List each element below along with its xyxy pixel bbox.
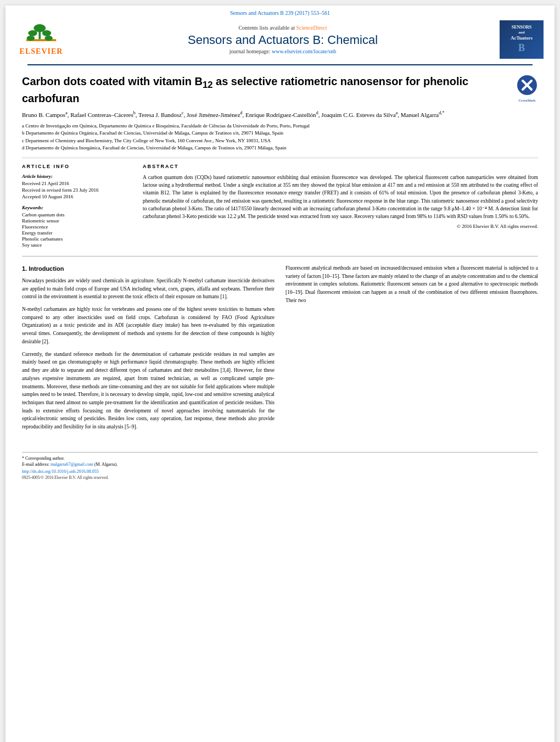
issn-line: 0925-4005/© 2016 Elsevier B.V. All right… <box>22 475 538 480</box>
right-column: Fluorescent analytical methods are based… <box>285 264 538 436</box>
author-email[interactable]: malgarra67@gmail.com <box>51 462 93 467</box>
abstract-header: ABSTRACT <box>143 164 538 169</box>
intro-para-3: Currently, the standard reference method… <box>22 350 275 431</box>
citation-text: Sensors and Actuators B 239 (2017) 553–5… <box>230 10 330 16</box>
body-divider <box>22 256 538 256</box>
svg-point-3 <box>28 30 37 36</box>
affiliation-c: c Department of Chemistry and Biochemist… <box>22 137 538 145</box>
left-column: 1. Introduction Nowadays pesticides are … <box>22 264 275 436</box>
article-title: Carbon dots coated with vitamin B12 as s… <box>22 74 511 105</box>
crossmark-icon <box>516 74 538 96</box>
article-title-section: Carbon dots coated with vitamin B12 as s… <box>22 74 538 105</box>
crossmark-label: CrossMark <box>516 98 538 103</box>
right-para-1: Fluorescent analytical methods are based… <box>285 264 538 305</box>
journal-main-title: Sensors and Actuators B: Chemical <box>66 33 500 47</box>
journal-title-row: ELSEVIER Contents lists available at Sci… <box>16 18 544 61</box>
elsevier-wordmark: ELSEVIER <box>20 47 63 56</box>
affiliation-d: d Departamento de Química Inorgánica, Fa… <box>22 144 538 152</box>
homepage-link[interactable]: www.elsevier.com/locate/snb <box>272 48 336 54</box>
keyword-3: Fluorescence <box>22 224 132 230</box>
email-line: E-mail address: malgarra67@gmail.com (M.… <box>22 462 538 467</box>
copyright-line: © 2016 Elsevier B.V. All rights reserved… <box>143 224 538 229</box>
svg-point-6 <box>44 36 53 41</box>
badge-and: and <box>518 30 524 35</box>
svg-point-5 <box>27 36 35 41</box>
revised-date: Received in revised form 23 July 2016 <box>22 187 132 193</box>
keyword-6: Soy sauce <box>22 242 132 248</box>
article-body: Carbon dots coated with vitamin B12 as s… <box>5 69 555 447</box>
keyword-4: Energy transfer <box>22 230 132 236</box>
badge-b: B <box>518 42 525 54</box>
journal-title-center: Contents lists available at ScienceDirec… <box>66 25 500 54</box>
intro-para-2: N-methyl carbamates are highly toxic for… <box>22 305 275 346</box>
contents-line: Contents lists available at ScienceDirec… <box>66 25 500 31</box>
header-divider <box>27 64 533 65</box>
journal-header: Sensors and Actuators B 239 (2017) 553–5… <box>5 5 555 65</box>
affiliation-b: b Departamento de Química Orgánica, Facu… <box>22 130 538 137</box>
accepted-date: Accepted 10 August 2016 <box>22 194 132 199</box>
badge-sensors: SENSORS <box>512 25 531 30</box>
journal-citation: Sensors and Actuators B 239 (2017) 553–5… <box>16 10 544 16</box>
badge-actuators: AcTuators <box>511 35 533 42</box>
keyword-2: Ratiometric sensor <box>22 218 132 224</box>
keywords-label: Keywords: <box>22 205 132 210</box>
intro-title: 1. Introduction <box>22 264 275 274</box>
academic-paper-page: Sensors and Actuators B 239 (2017) 553–5… <box>5 5 555 742</box>
article-info-abstract-grid: ARTICLE INFO Article history: Received 2… <box>22 158 538 248</box>
two-column-body: 1. Introduction Nowadays pesticides are … <box>22 264 538 436</box>
intro-para-1: Nowadays pesticides are widely used chem… <box>22 277 275 301</box>
article-info-header: ARTICLE INFO <box>22 164 132 169</box>
elsevier-tree-icon <box>22 24 60 46</box>
keyword-5: Phenolic carbamates <box>22 236 132 242</box>
article-info: ARTICLE INFO Article history: Received 2… <box>22 164 132 248</box>
journal-homepage: journal homepage: www.elsevier.com/locat… <box>66 48 500 54</box>
svg-point-4 <box>42 30 51 36</box>
article-history-label: Article history: <box>22 174 132 179</box>
crossmark-badge[interactable]: CrossMark <box>516 74 538 96</box>
keyword-1: Carbon quantum dots <box>22 212 132 217</box>
abstract-text: A carbon quantum dots (CQDs) based ratio… <box>143 174 538 221</box>
article-footer: * Corresponding author. E-mail address: … <box>22 452 538 480</box>
affiliation-a: a Centro de Investigação em Química, Dep… <box>22 122 538 130</box>
sensors-actuators-badge: SENSORS and AcTuators B <box>500 20 544 59</box>
elsevier-logo: ELSEVIER <box>16 23 66 56</box>
received-date: Received 21 April 2016 <box>22 181 132 186</box>
sciencedirect-link[interactable]: ScienceDirect <box>296 25 327 31</box>
affiliations: a Centro de Investigação em Química, Dep… <box>22 122 538 152</box>
doi-link[interactable]: http://dx.doi.org/10.1016/j.snb.2016.08.… <box>22 469 538 474</box>
corresponding-author-note: * Corresponding author. <box>22 456 538 461</box>
authors: Bruno B. Camposa, Rafael Contreras–Cácer… <box>22 110 538 119</box>
abstract-section: ABSTRACT A carbon quantum dots (CQDs) ba… <box>143 164 538 248</box>
